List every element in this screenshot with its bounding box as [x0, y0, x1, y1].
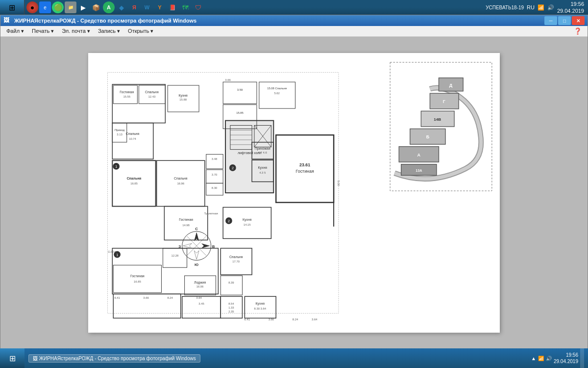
svg-text:15.88: 15.88	[179, 98, 187, 101]
menubar: Файл ▾ Печать ▾ Эл. почта ▾ Запись ▾ Отк…	[0, 26, 588, 37]
svg-text:4.3 5: 4.3 5	[259, 171, 266, 174]
image-container: Гостиная 15.55 Спальня 12.43 Кухня 15.88…	[0, 37, 588, 349]
svg-text:3.64: 3.64	[196, 296, 202, 299]
svg-text:Гостиная: Гостиная	[130, 274, 145, 278]
svg-text:3.66: 3.66	[225, 79, 231, 81]
app-icon-pdf[interactable]: 📕	[167, 1, 178, 13]
svg-text:2.35: 2.35	[228, 310, 234, 313]
app-icon-7[interactable]: A	[103, 1, 115, 13]
sound-tray-icon: 🔊	[546, 356, 552, 361]
app-icon-yandex[interactable]: Я	[128, 1, 140, 13]
svg-text:8.24: 8.24	[167, 296, 173, 299]
system-clock: 19:56 29.04.2019	[554, 352, 578, 365]
svg-text:16.06: 16.06	[196, 285, 204, 288]
help-button[interactable]: ❓	[574, 27, 582, 35]
application-window: 🖼 ЖИРНАЯстрелкаРОЖД - Средство просмотра…	[0, 15, 588, 368]
svg-text:Б: Б	[426, 134, 430, 139]
menu-open[interactable]: Открыть ▾	[124, 27, 157, 35]
svg-text:1.33: 1.33	[228, 306, 234, 309]
svg-text:3.66: 3.66	[269, 318, 274, 321]
image-content-area: Гостиная 15.55 Спальня 12.43 Кухня 15.88…	[0, 37, 588, 349]
svg-text:8.24: 8.24	[293, 318, 298, 321]
svg-text:3.64: 3.64	[312, 318, 318, 321]
system-start-button[interactable]: ⊞	[0, 348, 24, 368]
app-icon-4[interactable]: 📁	[65, 1, 76, 13]
app-icon-yb[interactable]: Y	[154, 1, 166, 13]
system-tray: ▲ 📶 🔊 19:56 29.04.2019	[531, 348, 588, 368]
svg-text:8.30 3.64: 8.30 3.64	[254, 307, 267, 310]
app-icon-1[interactable]: ●	[26, 1, 38, 13]
tray-up-icon[interactable]: ▲	[531, 356, 536, 361]
svg-text:6.41: 6.41	[245, 318, 250, 321]
taskbar-right-area: УСПЕВАТЬ18-19 RU 📶 🔊 19:56 29.04.2019	[486, 0, 588, 15]
svg-text:Спальня: Спальня	[145, 90, 159, 94]
svg-text:Прихожая: Прихожая	[255, 147, 270, 151]
menu-email[interactable]: Эл. почта ▾	[58, 27, 94, 35]
maximize-button[interactable]: □	[558, 16, 571, 25]
svg-text:15.85: 15.85	[236, 111, 244, 114]
system-taskbar: ⊞ 🖼 ЖИРНАЯстрелкаРОЖД - Средство просмот…	[0, 348, 588, 368]
floor-plan-svg: Гостиная 15.55 Спальня 12.43 Кухня 15.88…	[93, 58, 363, 328]
svg-text:Кухня: Кухня	[256, 302, 265, 306]
svg-text:3.48: 3.48	[212, 158, 218, 160]
svg-text:Спальня: Спальня	[174, 177, 188, 180]
taskbar-app-icons: ● e 🟢 📁 ▶ 📦 A ◆ Я W Y 📕 🗺 🛡	[24, 0, 206, 15]
svg-text:3.70: 3.70	[212, 173, 218, 176]
svg-text:16.96: 16.96	[177, 182, 184, 185]
svg-text:Д: Д	[449, 83, 453, 88]
svg-text:16.85: 16.85	[130, 182, 138, 185]
taskbar-active-windows: 🖼 ЖИРНАЯстрелкаРОЖД - Средство просмотра…	[24, 354, 531, 363]
sound-icon: 🔊	[547, 4, 554, 11]
svg-text:3.13: 3.13	[117, 133, 122, 136]
svg-text:2: 2	[232, 166, 234, 170]
svg-text:14В: 14В	[434, 117, 441, 122]
svg-text:Лоджия: Лоджия	[194, 281, 206, 285]
top-taskbar: ⊞ ● e 🟢 📁 ▶ 📦 A ◆ Я W Y 📕 🗺 🛡 УСПЕВАТЬ18…	[0, 0, 588, 15]
network-tray-icon: 📶	[538, 356, 544, 361]
minimize-button[interactable]: ─	[544, 16, 557, 25]
network-icon: 📶	[538, 4, 544, 11]
svg-text:Ю: Ю	[195, 263, 198, 267]
svg-text:1: 1	[116, 253, 118, 257]
clock: 19:56 29.04.2019	[557, 0, 584, 15]
svg-text:2: 2	[228, 219, 230, 223]
menu-file[interactable]: Файл ▾	[2, 27, 28, 35]
svg-text:16.85: 16.85	[134, 280, 141, 283]
svg-text:Спальня: Спальня	[127, 177, 142, 180]
svg-text:13А: 13А	[416, 168, 422, 173]
close-button[interactable]: ✕	[572, 16, 585, 25]
svg-text:15.08 Спальня: 15.08 Спальня	[267, 87, 287, 90]
app-icon-5[interactable]: ▶	[77, 1, 89, 13]
app-icon-security[interactable]: 🛡	[192, 1, 204, 13]
menu-print[interactable]: Печать ▾	[28, 27, 58, 35]
app-icon-8[interactable]: ◆	[116, 1, 127, 13]
app-icon-6[interactable]: 📦	[90, 1, 102, 13]
svg-text:3.45: 3.45	[198, 302, 204, 305]
app-icon-2[interactable]: e	[39, 1, 51, 13]
app-icon-3[interactable]: 🟢	[52, 1, 64, 13]
svg-text:8.30: 8.30	[212, 186, 218, 189]
start-button[interactable]: ⊞	[0, 0, 24, 15]
svg-text:14.98: 14.98	[182, 224, 190, 227]
svg-text:14.15: 14.15	[244, 223, 251, 226]
active-window-tab[interactable]: 🖼 ЖИРНАЯстрелкаРОЖД - Средство просмотра…	[28, 354, 200, 363]
app-icon-word[interactable]: W	[141, 1, 153, 13]
user-label: УСПЕВАТЬ18-19	[486, 5, 524, 10]
window-controls: ─ □ ✕	[544, 16, 585, 25]
svg-text:1: 1	[115, 164, 117, 169]
svg-text:Кухня: Кухня	[178, 94, 188, 98]
svg-text:5.62: 5.62	[274, 92, 279, 95]
app-icon-map[interactable]: 🗺	[179, 1, 191, 13]
svg-text:8.54: 8.54	[228, 302, 234, 305]
svg-text:В: В	[212, 244, 215, 249]
svg-text:6.41: 6.41	[114, 296, 120, 299]
svg-text:17.70: 17.70	[232, 260, 240, 263]
show-desktop-button[interactable]	[580, 348, 584, 368]
svg-text:11.90 м²: 11.90 м²	[108, 251, 117, 253]
svg-text:Гостиная: Гостиная	[120, 90, 134, 94]
svg-text:Приход: Приход	[115, 129, 125, 131]
svg-text:Спальня: Спальня	[126, 132, 140, 135]
svg-text:10.74: 10.74	[129, 137, 136, 140]
svg-text:Гостиная: Гостиная	[296, 169, 314, 174]
menu-record[interactable]: Запись ▾	[94, 27, 124, 35]
